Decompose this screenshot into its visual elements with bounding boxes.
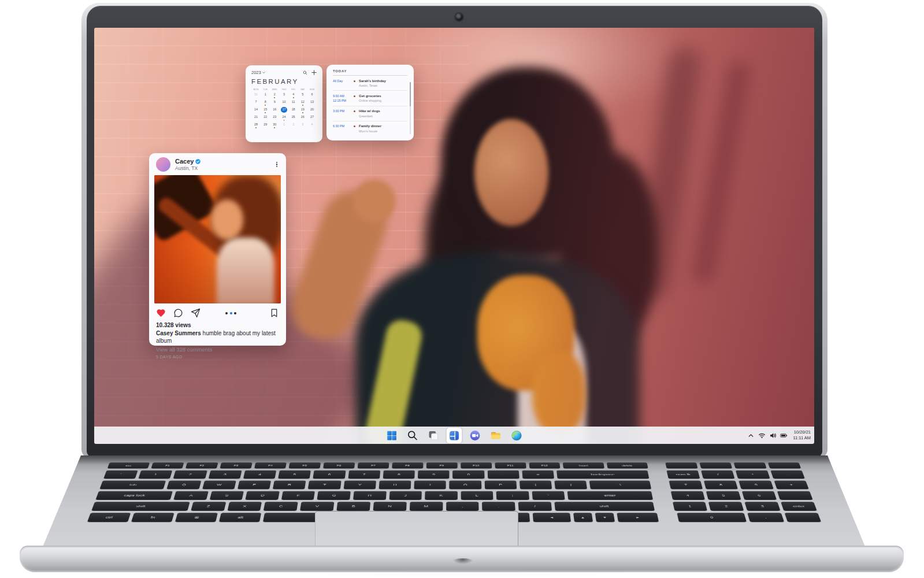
tray-time: 11:11 AM — [793, 435, 811, 441]
key — [700, 462, 733, 468]
calendar-date[interactable]: 8 — [261, 99, 270, 107]
search-icon[interactable] — [303, 71, 307, 75]
key — [734, 462, 767, 468]
taskbar-edge-button[interactable] — [509, 428, 525, 443]
key-g: G — [317, 491, 351, 500]
key--: / — [518, 502, 552, 510]
calendar-date[interactable]: 30 — [270, 122, 279, 129]
calendar-date[interactable]: 13 — [307, 99, 317, 107]
key-n: N — [373, 502, 406, 510]
key-p: P — [484, 480, 517, 489]
key-q: Q — [167, 480, 201, 489]
share-icon[interactable] — [191, 308, 201, 318]
calendar-date[interactable]: 4 — [307, 122, 317, 129]
calendar-date[interactable]: 29 — [261, 122, 270, 129]
calendar-date[interactable]: 18 — [289, 107, 298, 114]
clock[interactable]: 10/20/21 11:11 AM — [793, 429, 811, 441]
key-f2: F2 — [185, 462, 218, 468]
calendar-date[interactable]: 27 — [307, 114, 317, 122]
calendar-date[interactable]: 6 — [307, 92, 317, 99]
post-author[interactable]: Casey Summers — [156, 330, 201, 336]
key-7: 7 — [669, 480, 703, 489]
wifi-icon[interactable] — [758, 432, 766, 439]
key--: , — [446, 502, 479, 510]
agenda-event[interactable]: 6:30 PMFamily dinnerMom's house — [333, 121, 407, 136]
windows-start-icon — [386, 429, 398, 442]
calendar-date[interactable]: 3 — [279, 92, 288, 99]
post-location[interactable]: Austin, TX — [175, 165, 201, 171]
key--: [ — [519, 480, 552, 489]
system-tray: 10/20/21 11:11 AM — [747, 427, 811, 444]
taskbar-chat-button[interactable] — [467, 428, 483, 443]
chevron-up-icon[interactable] — [747, 432, 755, 439]
post-username[interactable]: Cacey — [175, 158, 194, 165]
task-view-icon — [428, 429, 440, 442]
calendar-date[interactable]: 16 — [270, 107, 279, 114]
event-bullet — [354, 80, 355, 82]
battery-icon[interactable] — [780, 432, 788, 439]
taskbar-search-button[interactable] — [405, 428, 421, 443]
agenda-widget[interactable]: TODAY All DaySarah's birthdayAustin, Tex… — [326, 65, 414, 140]
comment-icon[interactable] — [173, 308, 183, 318]
calendar-date[interactable]: 2 — [270, 92, 279, 99]
kebab-menu-icon[interactable] — [274, 160, 279, 169]
calendar-date[interactable]: 2 — [289, 122, 298, 129]
taskbar-file-explorer-button[interactable] — [488, 428, 504, 443]
key-f5: F5 — [288, 462, 320, 468]
calendar-year-dropdown[interactable]: 2023 — [251, 70, 265, 75]
calendar-date[interactable]: 7 — [251, 99, 261, 107]
calendar-date[interactable]: 9 — [270, 99, 279, 107]
agenda-scrollbar[interactable] — [410, 82, 411, 134]
key-d: D — [246, 491, 280, 500]
agenda-event[interactable]: All DaySarah's birthdayAustin, Texas — [333, 76, 407, 91]
key--: . — [747, 513, 784, 522]
calendar-date[interactable]: 5 — [298, 92, 307, 99]
calendar-date[interactable]: 10 — [279, 99, 288, 107]
calendar-date[interactable]: 26 — [298, 114, 307, 122]
agenda-header: TODAY — [333, 69, 407, 76]
key-f8: F8 — [392, 462, 423, 468]
taskbar-start-button[interactable] — [384, 428, 400, 443]
calendar-date[interactable]: 28 — [251, 122, 261, 129]
calendar-date[interactable]: 24 — [279, 114, 288, 122]
agenda-event-time: 6:30 PM — [333, 124, 354, 134]
volume-icon[interactable] — [769, 432, 777, 439]
agenda-event[interactable]: 9:00 AM12:15 PMGet groceriesOnline shopp… — [333, 91, 407, 106]
calendar-date[interactable]: 17 — [279, 107, 288, 114]
key-0: 0 — [452, 470, 484, 479]
calendar-date[interactable]: 31 — [251, 92, 261, 99]
calendar-date[interactable]: 4 — [289, 92, 298, 99]
bookmark-icon[interactable] — [269, 308, 279, 318]
key-f3: F3 — [220, 462, 252, 468]
heart-icon[interactable] — [156, 308, 166, 318]
calendar-date[interactable]: 15 — [261, 107, 270, 114]
key--: ⊞ — [175, 513, 218, 522]
key--: - — [770, 470, 805, 479]
lid-open-notch — [452, 558, 473, 564]
calendar-date[interactable]: 11 — [289, 99, 298, 107]
avatar[interactable] — [156, 157, 170, 172]
post-comments-link[interactable]: View all 328 comments — [156, 346, 279, 353]
calendar-date[interactable]: 20 — [307, 107, 317, 114]
agenda-event-list: All DaySarah's birthdayAustin, Texas9:00… — [333, 76, 407, 136]
calendar-date[interactable]: 19 — [298, 107, 307, 114]
calendar-date[interactable]: 12 — [298, 99, 307, 107]
screen-bezel: 2023 FEBRUARY MONTUEWEDTHUFRISATSUN 3112… — [87, 6, 822, 457]
calendar-date[interactable]: 21 — [251, 114, 261, 122]
calendar-widget[interactable]: 2023 FEBRUARY MONTUEWEDTHUFRISATSUN 3112… — [246, 65, 322, 142]
add-event-icon[interactable] — [311, 70, 317, 75]
calendar-date[interactable]: 25 — [289, 114, 298, 122]
key-4: 4 — [671, 491, 706, 500]
agenda-event[interactable]: 3:00 PMHike w/ dogsGreenbelt — [333, 106, 407, 121]
key-caps-lock: caps lock — [95, 491, 173, 500]
taskbar-task-view-button[interactable] — [426, 428, 441, 443]
calendar-date[interactable]: 14 — [251, 107, 261, 114]
calendar-date[interactable]: 1 — [279, 122, 288, 129]
key-ctrl: ctrl — [87, 513, 131, 522]
calendar-date[interactable]: 3 — [298, 122, 307, 129]
calendar-date[interactable]: 1 — [261, 92, 270, 99]
calendar-date[interactable]: 23 — [270, 114, 279, 122]
key-f6: F6 — [323, 462, 355, 468]
taskbar-widgets-button[interactable] — [447, 428, 462, 443]
calendar-date[interactable]: 22 — [261, 114, 270, 122]
